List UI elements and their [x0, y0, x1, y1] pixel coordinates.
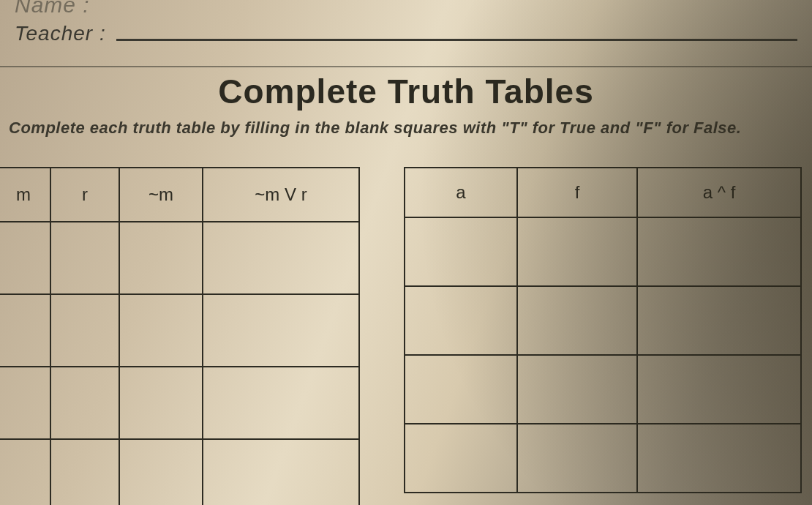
table-row: [405, 217, 801, 286]
blank-cell[interactable]: [119, 367, 203, 439]
divider-rule: [0, 66, 812, 67]
blank-cell[interactable]: [517, 286, 637, 355]
blank-cell[interactable]: [203, 439, 359, 505]
blank-cell[interactable]: [517, 355, 637, 424]
blank-cell[interactable]: [517, 424, 637, 493]
table-row: [0, 367, 359, 439]
table-header-row: a f a ^ f: [405, 168, 801, 217]
truth-table-left: m r ~m ~m V r: [0, 167, 360, 505]
blank-cell[interactable]: [405, 286, 517, 355]
blank-cell[interactable]: [637, 286, 801, 355]
blank-cell[interactable]: [517, 217, 637, 286]
blank-cell[interactable]: [405, 355, 517, 424]
table-header-row: m r ~m ~m V r: [0, 168, 359, 222]
blank-cell[interactable]: [203, 294, 359, 367]
teacher-blank-line[interactable]: [116, 39, 797, 41]
name-field-row: Name :: [0, 0, 812, 18]
col-header: ~m V r: [203, 168, 359, 222]
col-header: r: [50, 168, 119, 222]
blank-cell[interactable]: [119, 439, 203, 505]
blank-cell[interactable]: [50, 294, 119, 367]
blank-cell[interactable]: [50, 439, 119, 505]
col-header: f: [517, 168, 637, 217]
blank-cell[interactable]: [50, 222, 119, 294]
tables-container: m r ~m ~m V r: [0, 167, 812, 505]
instructions-text: Complete each truth table by filling in …: [9, 119, 812, 138]
blank-cell[interactable]: [203, 222, 359, 294]
blank-cell[interactable]: [405, 217, 517, 286]
col-header: ~m: [119, 168, 203, 222]
blank-cell[interactable]: [0, 439, 50, 505]
table-row: [405, 355, 801, 424]
name-label: Name :: [15, 0, 90, 18]
blank-cell[interactable]: [0, 294, 50, 367]
table-row: [405, 424, 801, 493]
blank-cell[interactable]: [405, 424, 517, 493]
worksheet-title: Complete Truth Tables: [0, 72, 812, 111]
col-header: a ^ f: [637, 168, 801, 217]
table-row: [405, 286, 801, 355]
blank-cell[interactable]: [637, 355, 801, 424]
teacher-field-row: Teacher :: [0, 22, 812, 45]
teacher-label: Teacher :: [15, 22, 106, 45]
blank-cell[interactable]: [119, 294, 203, 367]
table-row: [0, 294, 359, 367]
worksheet-page: Name : Teacher : Complete Truth Tables C…: [0, 0, 812, 505]
table-row: [0, 439, 359, 505]
blank-cell[interactable]: [0, 222, 50, 294]
blank-cell[interactable]: [637, 217, 801, 286]
col-header: m: [0, 168, 50, 222]
blank-cell[interactable]: [50, 367, 119, 439]
blank-cell[interactable]: [203, 367, 359, 439]
truth-table-right: a f a ^ f: [404, 167, 802, 493]
col-header: a: [405, 168, 517, 217]
blank-cell[interactable]: [637, 424, 801, 493]
blank-cell[interactable]: [0, 367, 50, 439]
blank-cell[interactable]: [119, 222, 203, 294]
table-row: [0, 222, 359, 294]
